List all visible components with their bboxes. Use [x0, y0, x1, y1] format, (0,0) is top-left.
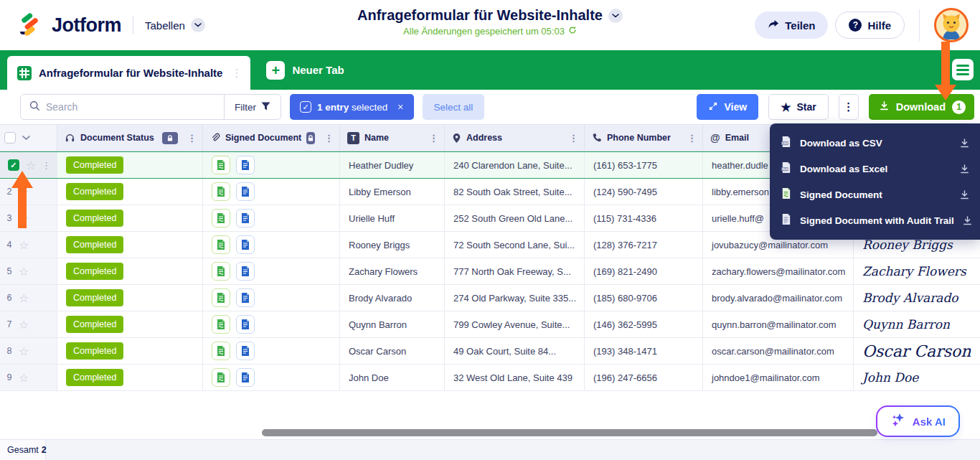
address-cell[interactable]: 799 Cowley Avenue, Suite...	[445, 311, 585, 337]
signed-document-icon[interactable]	[212, 288, 230, 307]
phone-cell[interactable]: (169) 821-2490	[585, 258, 703, 284]
share-button[interactable]: Teilen	[755, 11, 828, 39]
table-row[interactable]: 6 ☆ Completed Brody Alvarado 274 Old Par…	[0, 285, 980, 311]
signed-document-icon[interactable]	[212, 262, 230, 281]
view-button[interactable]: View	[697, 94, 758, 120]
phone-cell[interactable]: (128) 376-7217	[585, 232, 703, 258]
signed-document-icon[interactable]	[212, 342, 230, 360]
audit-document-icon[interactable]	[236, 368, 255, 387]
menu-item-download-excel[interactable]: XLS Download as Excel	[770, 156, 980, 182]
name-cell[interactable]: Heather Dudley	[340, 152, 445, 178]
row-star-icon[interactable]: ☆	[19, 371, 29, 385]
tab-active[interactable]: Anfrageformular für Website-Inhalte ⋮	[7, 56, 250, 90]
column-header-signed-document[interactable]: Signed Document ⋮	[203, 125, 340, 151]
clear-selection-icon[interactable]: ×	[397, 101, 403, 113]
audit-document-icon[interactable]	[236, 342, 255, 360]
status-cell[interactable]: Completed	[57, 365, 203, 390]
help-button[interactable]: ? Hilfe	[835, 11, 905, 39]
table-row[interactable]: 5 ☆ Completed Zachary Flowers 777 North …	[0, 258, 980, 285]
signature-cell[interactable]: Oscar Carson	[854, 338, 980, 364]
chevron-down-icon[interactable]	[191, 18, 205, 32]
address-cell[interactable]: 49 Oak Court, Suite 84...	[445, 338, 585, 364]
column-menu-icon[interactable]: ⋮	[429, 133, 438, 144]
table-row[interactable]: 8 ☆ Completed Oscar Carson 49 Oak Court,…	[0, 338, 980, 365]
address-cell[interactable]: 72 South Second Lane, Sui...	[445, 232, 585, 258]
menu-item-download-csv[interactable]: CSV Download as CSV	[770, 130, 980, 156]
select-all-checkbox[interactable]	[4, 132, 16, 144]
phone-cell[interactable]: (124) 590-7495	[585, 179, 703, 205]
column-menu-icon[interactable]: ⋮	[569, 133, 578, 144]
column-menu-icon[interactable]: ⋮	[187, 133, 197, 144]
phone-cell[interactable]: (146) 362-5995	[585, 311, 703, 337]
signed-document-icon[interactable]	[212, 156, 230, 174]
signature-cell[interactable]: Brody Alvarado	[854, 285, 980, 311]
email-cell[interactable]: brody.alvarado@mailinator.com	[703, 285, 854, 311]
column-header-name[interactable]: T Name ⋮	[340, 125, 445, 151]
row-star-icon[interactable]: ☆	[19, 318, 29, 332]
email-cell[interactable]: quynn.barron@mailinator.com	[703, 311, 854, 337]
column-header-document-status[interactable]: Document Status ⋮	[57, 125, 203, 151]
signed-document-icon[interactable]	[212, 235, 230, 254]
status-cell[interactable]: Completed	[57, 338, 203, 364]
audit-document-icon[interactable]	[236, 156, 255, 174]
signed-document-icon[interactable]	[212, 182, 230, 201]
status-cell[interactable]: Completed	[57, 232, 203, 258]
jotform-logo[interactable]: Jotform	[17, 10, 121, 40]
status-cell[interactable]: Completed	[57, 205, 203, 231]
signed-document-icon[interactable]	[212, 368, 230, 387]
tables-nav-dropdown[interactable]: Tabellen	[145, 18, 205, 32]
status-cell[interactable]: Completed	[57, 179, 203, 205]
row-star-icon[interactable]: ☆	[19, 238, 29, 252]
status-cell[interactable]: Completed	[57, 311, 203, 337]
entries-selected-button[interactable]: ✓ 1 entry selected ×	[290, 94, 414, 120]
name-cell[interactable]: Brody Alvarado	[340, 285, 445, 311]
menu-item-signed-document-audit-trail[interactable]: Signed Document with Audit Trail	[770, 207, 980, 233]
address-cell[interactable]: 252 South Green Old Lane...	[445, 205, 585, 231]
name-cell[interactable]: Rooney Briggs	[340, 232, 445, 258]
email-cell[interactable]: oscar.carson@mailinator.com	[703, 338, 854, 364]
phone-cell[interactable]: (196) 247-6656	[585, 365, 703, 390]
audit-document-icon[interactable]	[236, 262, 255, 281]
address-cell[interactable]: 82 South Oak Street, Suite...	[445, 179, 585, 205]
status-cell[interactable]: Completed	[57, 258, 203, 284]
ask-ai-button[interactable]: Ask AI	[876, 405, 960, 437]
row-star-icon[interactable]: ☆	[26, 159, 36, 172]
name-cell[interactable]: Oscar Carson	[340, 338, 445, 364]
address-cell[interactable]: 240 Clarendon Lane, Suite...	[445, 152, 585, 178]
address-cell[interactable]: 274 Old Parkway, Suite 335...	[445, 285, 585, 311]
status-cell[interactable]: Completed	[57, 152, 203, 178]
phone-cell[interactable]: (115) 731-4336	[585, 205, 703, 231]
column-header-phone[interactable]: Phone Number ⋮	[585, 125, 703, 151]
row-star-icon[interactable]: ☆	[19, 291, 29, 305]
address-cell[interactable]: 777 North Oak Freeway, S...	[445, 258, 585, 284]
star-button[interactable]: ★ Star	[768, 94, 829, 120]
column-menu-icon[interactable]: ⋮	[324, 133, 334, 144]
table-row[interactable]: 7 ☆ Completed Quynn Barron 799 Cowley Av…	[0, 311, 980, 338]
select-all-button[interactable]: Select all	[423, 94, 485, 120]
search-box[interactable]	[21, 95, 224, 119]
column-menu-icon[interactable]: ⋮	[687, 133, 697, 144]
row-menu-icon[interactable]: ⋮	[42, 160, 51, 171]
phone-cell[interactable]: (161) 653-1775	[585, 152, 703, 178]
address-cell[interactable]: 32 West Old Lane, Suite 439	[445, 365, 585, 390]
horizontal-scrollbar[interactable]	[262, 429, 877, 436]
phone-cell[interactable]: (185) 680-9706	[585, 285, 703, 311]
row-checkbox-checked[interactable]: ✓	[8, 159, 19, 171]
audit-document-icon[interactable]	[236, 235, 255, 254]
menu-item-signed-document[interactable]: Signed Document	[770, 182, 980, 207]
new-tab-button[interactable]: + Neuer Tab	[266, 50, 344, 90]
name-cell[interactable]: Quynn Barron	[340, 311, 445, 337]
name-cell[interactable]: Urielle Huff	[340, 205, 445, 231]
more-options-button[interactable]: ⋮	[839, 94, 859, 120]
status-cell[interactable]: Completed	[57, 285, 203, 311]
name-cell[interactable]: John Doe	[340, 365, 445, 390]
audit-document-icon[interactable]	[236, 288, 255, 307]
email-cell[interactable]: johndoe1@mailinator.com	[703, 365, 854, 390]
table-row[interactable]: 9 ☆ Completed John Doe 32 West Old Lane,…	[0, 365, 980, 391]
phone-cell[interactable]: (193) 348-1471	[585, 338, 703, 364]
title-chevron-down-icon[interactable]	[608, 9, 623, 23]
avatar[interactable]	[934, 8, 969, 42]
email-cell[interactable]: zachary.flowers@mailinator.com	[703, 258, 854, 284]
signature-cell[interactable]: Zachary Flowers	[854, 258, 980, 284]
chevron-down-icon[interactable]	[22, 133, 30, 143]
